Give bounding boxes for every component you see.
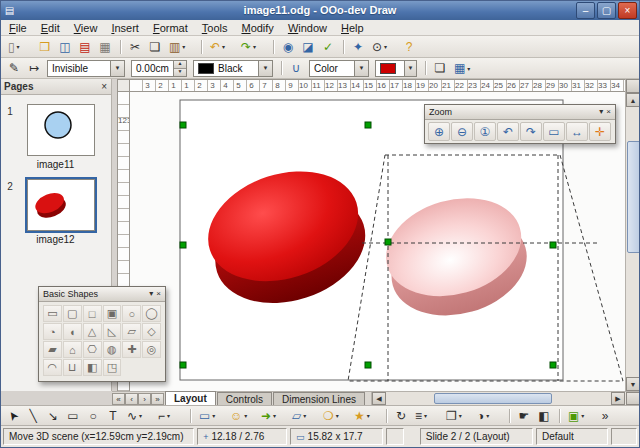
close-icon[interactable]: × xyxy=(606,107,611,117)
chevron-down-icon[interactable]: ▼ xyxy=(110,61,124,76)
chevron-down-icon[interactable]: ▼ xyxy=(258,61,272,76)
close-icon[interactable]: × xyxy=(101,81,107,92)
menu-item[interactable]: View xyxy=(67,21,105,35)
menu-item[interactable]: Format xyxy=(146,21,195,35)
spinner-buttons[interactable]: ▲▼ xyxy=(173,61,186,76)
chevron-down-icon[interactable]: ▼ xyxy=(354,61,368,76)
hyperlink-icon[interactable]: ◉ xyxy=(278,37,298,57)
save-icon[interactable]: ◫ xyxy=(55,37,75,57)
prev-layer-button[interactable]: ‹ xyxy=(125,393,138,405)
horizontal-ruler[interactable]: 3211234567891011121314151617181920212223… xyxy=(130,79,625,92)
cursor-position[interactable]: + 12.18 / 2.76 xyxy=(197,428,287,445)
close-icon[interactable]: × xyxy=(156,289,161,299)
arrange-icon[interactable]: ❐ xyxy=(442,406,473,426)
undo-icon[interactable]: ↶ xyxy=(206,37,237,57)
scroll-up-icon[interactable]: ▲ xyxy=(626,93,640,107)
title-bar[interactable]: ▤ image11.odg - OOo-dev Draw –▢× xyxy=(0,0,640,20)
rectangle-icon[interactable]: ▭ xyxy=(63,406,83,426)
connector-icon[interactable]: ⌐ xyxy=(154,406,185,426)
shape-circle[interactable]: ○ xyxy=(122,305,141,322)
scroll-right-icon[interactable]: ▶ xyxy=(611,392,625,405)
shape-pentagon[interactable]: ⌂ xyxy=(63,341,82,358)
line-color-combobox[interactable]: Black ▼ xyxy=(193,60,273,77)
zoom-previous-icon[interactable]: ↶ xyxy=(497,122,519,141)
ellipse-icon[interactable]: ○ xyxy=(83,406,103,426)
maximize-button[interactable]: ▢ xyxy=(597,2,616,19)
last-layer-button[interactable]: » xyxy=(151,393,164,405)
shape-circle-segment[interactable]: ◖ xyxy=(63,323,82,340)
pages-panel-header[interactable]: Pages × xyxy=(0,79,111,95)
export-pdf-icon[interactable]: ▤ xyxy=(75,37,95,57)
page-item[interactable]: 2 xyxy=(4,179,105,231)
toolbar-options-icon[interactable]: ▾ xyxy=(599,107,603,117)
shadow-icon[interactable]: ❏ xyxy=(430,58,450,78)
page-style[interactable]: Default xyxy=(536,428,608,445)
stars-icon[interactable]: ★ xyxy=(350,406,381,426)
callouts-icon[interactable]: ❍ xyxy=(319,406,350,426)
shape-rectangle[interactable]: ▭ xyxy=(43,305,62,322)
shape-square[interactable]: □ xyxy=(83,305,102,322)
shape-ring[interactable]: ◎ xyxy=(142,341,161,358)
fill-style-combobox[interactable]: Color ▼ xyxy=(309,60,369,77)
shape-right-triangle[interactable]: ◺ xyxy=(103,323,122,340)
basic-shapes-icon[interactable]: ▭ xyxy=(195,406,226,426)
chart-icon[interactable]: ◪ xyxy=(298,37,318,57)
menu-item[interactable]: Help xyxy=(334,21,371,35)
help-icon[interactable]: ? xyxy=(399,37,419,57)
zoom-in-icon[interactable]: ⊕ xyxy=(428,122,450,141)
flowchart-icon[interactable]: ▱ xyxy=(288,406,319,426)
new-document-icon[interactable]: ▯ xyxy=(4,37,35,57)
toolbar-options-icon[interactable]: ▾ xyxy=(149,289,153,299)
shape-cross[interactable]: ✚ xyxy=(122,341,141,358)
menu-item[interactable]: Modify xyxy=(234,21,280,35)
menu-item[interactable]: Insert xyxy=(104,21,146,35)
symbol-shapes-icon[interactable]: ☺ xyxy=(226,406,257,426)
shape-rounded-square[interactable]: ▣ xyxy=(103,305,122,322)
line-style-combobox[interactable]: Invisible ▼ xyxy=(47,60,125,77)
line-dialog-icon[interactable]: ✎ xyxy=(4,58,24,78)
shape-folded-corner[interactable]: ◳ xyxy=(103,359,122,376)
shape-diamond[interactable]: ◇ xyxy=(142,323,161,340)
zoom-next-icon[interactable]: ↷ xyxy=(520,122,542,141)
layer-tab[interactable]: Controls xyxy=(217,392,272,405)
arrow-style-icon[interactable]: ↦ xyxy=(24,58,44,78)
layer-tab[interactable]: Dimension Lines xyxy=(273,392,365,405)
select-icon[interactable]: ➤ xyxy=(3,406,23,426)
scrollbar-thumb[interactable] xyxy=(434,393,552,404)
insert-icon[interactable]: ▣ xyxy=(564,406,595,426)
shape-circle-pie[interactable]: ◔ xyxy=(43,323,62,340)
horizontal-scrollbar[interactable]: ◀ ▶ xyxy=(371,392,640,405)
alignment-icon[interactable]: ≡ xyxy=(411,406,442,426)
next-layer-button[interactable]: › xyxy=(138,393,151,405)
print-icon[interactable]: ▦ xyxy=(95,37,115,57)
zoom-icon[interactable]: ⊙ xyxy=(368,37,399,57)
close-button[interactable]: × xyxy=(618,2,637,19)
page-thumbnail[interactable] xyxy=(27,104,95,156)
first-layer-button[interactable]: « xyxy=(112,393,125,405)
arrow-line-icon[interactable]: ↘ xyxy=(43,406,63,426)
basic-shapes-titlebar[interactable]: Basic Shapes ▾ × xyxy=(39,287,165,302)
spellcheck-icon[interactable]: ✓ xyxy=(318,37,338,57)
scroll-left-icon[interactable]: ◀ xyxy=(372,392,386,405)
curve-icon[interactable]: ∿ xyxy=(123,406,154,426)
paste-icon[interactable]: ▥ xyxy=(165,37,196,57)
redo-icon[interactable]: ↷ xyxy=(237,37,268,57)
zoom-toolbar-titlebar[interactable]: Zoom ▾ × xyxy=(425,105,615,120)
minimize-button[interactable]: – xyxy=(576,2,595,19)
cut-icon[interactable]: ✂ xyxy=(125,37,145,57)
slide-indicator[interactable]: Slide 2 / 2 (Layout) xyxy=(420,428,533,445)
area-dialog-icon[interactable]: ∪ xyxy=(286,58,306,78)
shape-ellipse[interactable]: ◯ xyxy=(142,305,161,322)
shape-parallelogram[interactable]: ▰ xyxy=(43,341,62,358)
page-item[interactable]: 1 xyxy=(4,104,105,156)
extrusion-icon[interactable]: ◧ xyxy=(534,406,554,426)
shape-cylinder[interactable]: ⊔ xyxy=(63,359,82,376)
menu-item[interactable]: File xyxy=(2,21,34,35)
menu-item[interactable]: Tools xyxy=(195,21,235,35)
vertical-scrollbar[interactable]: ▲ ▼ xyxy=(625,79,640,391)
page-thumbnail-selected[interactable] xyxy=(27,179,95,231)
menu-item[interactable]: Window xyxy=(281,21,334,35)
navigator-icon[interactable]: ✦ xyxy=(348,37,368,57)
zoom-object-icon[interactable]: ✛ xyxy=(589,122,611,141)
toolbar-overflow-icon[interactable]: » xyxy=(595,406,615,426)
